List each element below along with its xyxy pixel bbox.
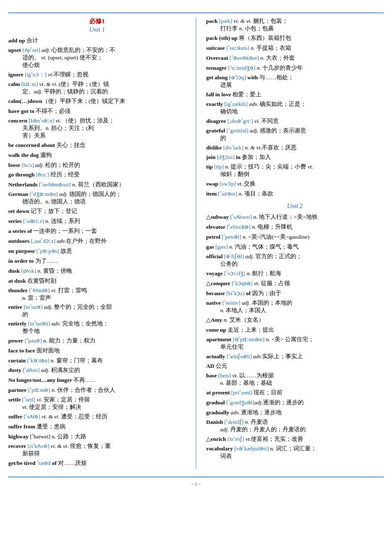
entry-at-dusk: at dusk 在黄昏时刻: [8, 277, 186, 286]
entry-in-order-to: in order to 为了……: [8, 257, 186, 266]
column-divider: [196, 17, 196, 469]
entry-official: official [əˈfiʃəl] adj. 官方的；正式的； 公务的: [206, 253, 384, 268]
page-layout: 必修1 Unit 1 add up 合计 upset [ʌpˈset] adj.…: [8, 17, 384, 469]
entry-dusty: dusty [ˈdʌsti] adj. 积满灰尘的: [8, 366, 186, 375]
entry-suffer-from: suffer from 遭受；患病: [8, 423, 186, 431]
entry-entire: entire [inˈtaiə] adj. 整个的；完全的；全部 的: [8, 303, 186, 318]
entry-gas: gas [gæs] n. 汽油；气体；煤气；毒气: [206, 243, 384, 252]
entry-base: base [beis] vt. 以……为根据 n. 基部；基地；基础: [206, 372, 384, 387]
entry-calm-down: calm(…)down（使）平静下来；(使）镇定下来: [8, 97, 186, 106]
entry-amy: △Amy n. 艾米（女名）: [206, 316, 384, 325]
left-column: 必修1 Unit 1 add up 合计 upset [ʌpˈset] adj.…: [8, 17, 186, 469]
entry-entirely: entirely [inˈtaiəli] adv. 完全地；全然地； 整个地: [8, 320, 186, 335]
entry-calm: calm [kɑːm] vt. & vi. (使）平静；(使）镇 定。adj. …: [8, 81, 186, 95]
entry-dusk: dusk [dʌsk] n. 黄昏；傍晚: [8, 267, 186, 276]
entry-grateful: grateful [ˈgreitful] adj. 感激的；表示谢意 的: [206, 127, 384, 142]
entry-netherlands: Netherlands [ˈneðəməust] n. 荷兰（西欧国家）: [8, 181, 186, 189]
entry-walk-the-dog: walk the dog 遛狗: [8, 151, 186, 160]
entry-add-up: add up 合计: [8, 37, 186, 45]
entry-upset: upset [ʌpˈset] adj. 心烦意乱的；不安的；不 适的。 vt. …: [8, 46, 186, 69]
entry-danish: Danish [ˈdeinɪʃ] n. 丹麦语 adj. 丹麦的；丹麦人的；丹麦…: [206, 418, 384, 433]
entry-ad: AD 公元: [206, 362, 384, 371]
entry-settle: settle [ˈsetl] vi. 安家；定居；停留 vt. 使定居；安排；解…: [8, 396, 186, 411]
left-unit-title-italic: Unit 1: [8, 26, 186, 33]
entry-voyage: voyage [ˈvɔiːdʒ] n. 航行；航海: [206, 269, 384, 278]
entry-set-down: set down 记下；放下；登记: [8, 207, 186, 216]
entry-loose: loose [luːs] adj. 松的；松开的: [8, 161, 186, 170]
entry-native: native [ˈneitiv] adj. 本国的；本地的 n. 本地人；本国人: [206, 299, 384, 314]
entry-tip: tip [tip] n. 提示；技巧；尖；尖端；小费 vt. 倾斜；翻倒: [206, 163, 384, 178]
entry-recover: recover [riˈkʌvə] vi. & vt. 痊愈；恢复；重 新获得: [8, 443, 186, 457]
top-border: [8, 12, 384, 13]
entry-a-series-of: a series of 一连串的；一系列；一套: [8, 227, 186, 236]
entry-series: series [ˈsiəriːz] n. 连续；系列: [8, 217, 186, 226]
entry-on-purpose: on purpose [ˈpəːpəs] 故意: [8, 247, 186, 256]
entry-concern: concern [kənˈsəːn] vt. （使）担忧；涉及； 关系到。n. …: [8, 117, 186, 139]
entry-highway: highway [ˈhaiwei] n. 公路；大路: [8, 433, 186, 441]
entry-suffer: suffer [ˈsʌfə] vt. & vi. 遭受；忍受；经历: [8, 413, 186, 421]
entry-vocabulary: vocabulary [vəˈkæbjuləri] n. 词汇；词汇量； 词表: [206, 445, 384, 460]
entry-suitcase: suitcase [ˈsuːtkeis] n. 手提箱；衣箱: [206, 44, 384, 53]
entry-get-along: get along [əˈlɔŋ] with 与……相处； 进展: [206, 74, 384, 89]
entry-enrich: △enrich [inˈritʃ] vt.使富裕；充实；改善: [206, 435, 384, 444]
entry-come-up: come up 走近；上来；提出: [206, 326, 384, 335]
entry-power: power [ˈpauə] n. 能力；力量；权力: [8, 337, 186, 345]
entry-partner: partner [ˈpɑːtnə] n. 伙伴；合作者；合伙人: [8, 386, 186, 395]
entry-no-longer: No longer/not…any longer 不再……: [8, 376, 186, 385]
page-number: - 1 -: [8, 481, 384, 487]
entry-dislike: dislike [disˈlaik] n. & vt.不喜欢；厌恶: [206, 144, 384, 152]
entry-petrol: petrol [ˈpetrəl] n. <英>汽油(=<美>gasoline): [206, 233, 384, 242]
entry-elevator: elevator [ˈeliveɪtə] n. 电梯；升降机: [206, 223, 384, 232]
entry-ignore: ignore [igˈnɔ：] vt.不理睬；忽视: [8, 71, 186, 79]
left-unit-title-bold: 必修1: [8, 17, 186, 25]
entry-subway: △subway [ˈsʌbwei] n. 地下人行道；<美>地铁: [206, 213, 384, 222]
entry-outdoors: outdoors [ˌautˈdɔːz] adv.在户外；在野外: [8, 237, 186, 246]
entry-german: German [ˈdʒəːmən] adj. 德国的；德国人的； 德语的。n. …: [8, 191, 186, 205]
entry-fall-in-love: fall in love 相爱；爱上: [206, 90, 384, 99]
entry-exactly: exactly [igˈzæktli] adv. 确实如此；正是； 确切地: [206, 100, 384, 115]
entry-pack: pack [pæk] vi. & vt. 捆扎；包装； 打行李 n. 小包；包裹: [206, 17, 384, 32]
entry-disagree: disagree [ˌdisəˈgriː] vi. 不同意: [206, 117, 384, 126]
entry-join: join [dʒɔin] in 参加；加入: [206, 153, 384, 162]
entry-pack-up: pack (sth) up 将（东西）装箱打包: [206, 34, 384, 43]
entry-tired-of: get/be tired ˈtaiəd of 对……厌烦: [8, 459, 186, 468]
entry-go-through: go through [θruː] 经历；经受: [8, 171, 186, 179]
entry-item: item [ˈaitəm] n. 项目；条款: [206, 190, 384, 198]
right-unit2-title: Unit 2: [206, 203, 384, 210]
entry-apartment: apartment [əˈpɑːtmənt] n. <美> 公寓住宅； 单元住宅: [206, 336, 384, 351]
entry-overcoat: Overcoat [ˈəuvəkəut] n. 大衣；外套: [206, 54, 384, 63]
entry-have-got-to: have got to 不得不；必须: [8, 107, 186, 116]
entry-gradual: gradual [ˈgrædʒuəl]adj.逐渐的；逐步的: [206, 399, 384, 407]
entry-be-concerned-about: be concerned about 关心；挂念: [8, 141, 186, 150]
bottom-border: [8, 473, 384, 477]
entry-swap: swap [swɔp] vt. 交换: [206, 180, 384, 188]
entry-at-present: at present [priˈzent] 现在；目前: [206, 389, 384, 397]
right-column: pack [pæk] vi. & vt. 捆扎；包装； 打行李 n. 小包；包裹…: [206, 17, 384, 469]
entry-conquer: △conquer [ˈkɔŋkə] vt. 征服；占领: [206, 279, 384, 288]
entry-thunder: thunder [ˈθʌndə] vi. 打雷；雷鸣 n. 雷；雷声: [8, 287, 186, 302]
entry-curtain: curtain [ˈkəːtən] n. 窗帘；门帘；幕布: [8, 357, 186, 365]
entry-gradually: gradually adv. 逐渐地；逐步地: [206, 408, 384, 417]
entry-teenager: teenager [ˈtiːneidʒə] n. 十几岁的青少年: [206, 64, 384, 73]
entry-because-of: because [biˈkɔz] of 因为；由于: [206, 289, 384, 298]
entry-actually: actually [ˈæktʃuəli] adv.实际上；事实上: [206, 352, 384, 361]
entry-face-to-face: face to face 面对面地: [8, 347, 186, 355]
